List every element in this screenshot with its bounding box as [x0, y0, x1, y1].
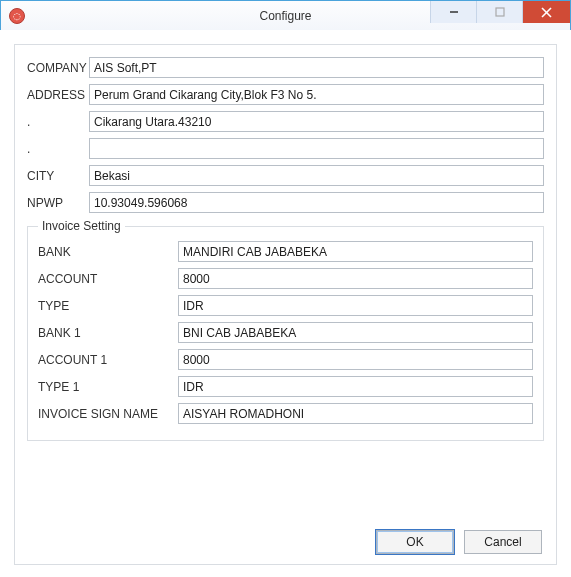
row-sign: INVOICE SIGN NAME	[38, 403, 533, 424]
minimize-icon	[449, 7, 459, 17]
invoice-legend: Invoice Setting	[38, 219, 125, 233]
input-address3[interactable]	[89, 138, 544, 159]
label-account: ACCOUNT	[38, 272, 178, 286]
row-npwp: NPWP	[27, 192, 544, 213]
row-type1: TYPE 1	[38, 376, 533, 397]
invoice-setting-group: Invoice Setting BANK ACCOUNT TYPE BANK 1…	[27, 219, 544, 441]
input-sign[interactable]	[178, 403, 533, 424]
row-account1: ACCOUNT 1	[38, 349, 533, 370]
row-address2: .	[27, 111, 544, 132]
input-npwp[interactable]	[89, 192, 544, 213]
label-city: CITY	[27, 169, 89, 183]
input-type1[interactable]	[178, 376, 533, 397]
row-bank1: BANK 1	[38, 322, 533, 343]
label-address2: .	[27, 115, 89, 129]
input-address2[interactable]	[89, 111, 544, 132]
row-address: ADDRESS	[27, 84, 544, 105]
row-type: TYPE	[38, 295, 533, 316]
client-area: COMPANY ADDRESS . . CITY NPWP Invoice Se…	[0, 30, 571, 577]
label-type: TYPE	[38, 299, 178, 313]
row-bank: BANK	[38, 241, 533, 262]
svg-rect-1	[496, 8, 504, 16]
input-account[interactable]	[178, 268, 533, 289]
label-address: ADDRESS	[27, 88, 89, 102]
cancel-button[interactable]: Cancel	[464, 530, 542, 554]
maximize-button[interactable]	[476, 1, 522, 23]
label-company: COMPANY	[27, 61, 89, 75]
input-city[interactable]	[89, 165, 544, 186]
close-icon	[541, 7, 552, 18]
label-sign: INVOICE SIGN NAME	[38, 407, 178, 421]
row-account: ACCOUNT	[38, 268, 533, 289]
label-account1: ACCOUNT 1	[38, 353, 178, 367]
input-bank1[interactable]	[178, 322, 533, 343]
input-bank[interactable]	[178, 241, 533, 262]
window-controls	[430, 1, 570, 30]
label-bank: BANK	[38, 245, 178, 259]
label-npwp: NPWP	[27, 196, 89, 210]
form-panel: COMPANY ADDRESS . . CITY NPWP Invoice Se…	[14, 44, 557, 565]
titlebar: ◌ Configure	[1, 1, 570, 31]
app-icon: ◌	[9, 8, 25, 24]
label-bank1: BANK 1	[38, 326, 178, 340]
input-company[interactable]	[89, 57, 544, 78]
row-address3: .	[27, 138, 544, 159]
ok-button[interactable]: OK	[376, 530, 454, 554]
close-button[interactable]	[522, 1, 570, 23]
minimize-button[interactable]	[430, 1, 476, 23]
button-bar: OK Cancel	[376, 530, 542, 554]
row-city: CITY	[27, 165, 544, 186]
row-company: COMPANY	[27, 57, 544, 78]
maximize-icon	[495, 7, 505, 17]
label-type1: TYPE 1	[38, 380, 178, 394]
input-address[interactable]	[89, 84, 544, 105]
label-address3: .	[27, 142, 89, 156]
input-account1[interactable]	[178, 349, 533, 370]
input-type[interactable]	[178, 295, 533, 316]
